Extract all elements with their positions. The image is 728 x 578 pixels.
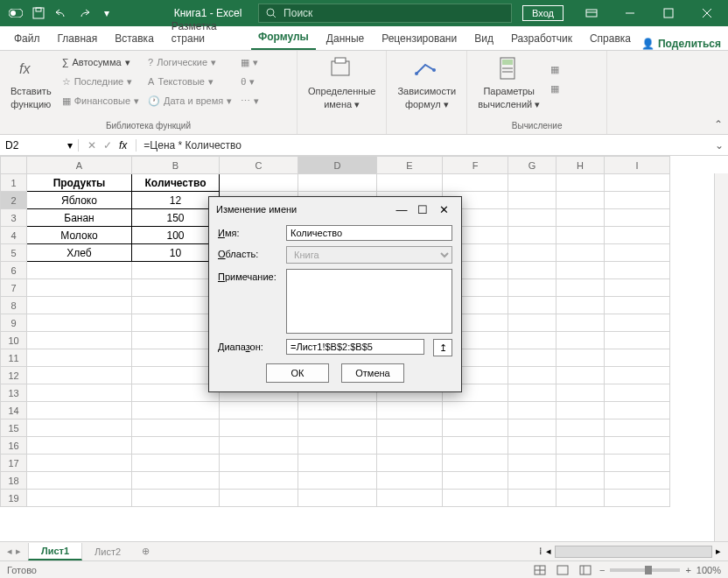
cell[interactable] bbox=[27, 349, 132, 367]
zoom-level[interactable]: 100% bbox=[696, 565, 721, 575]
cell[interactable] bbox=[220, 490, 298, 507]
cell[interactable]: 100 bbox=[132, 227, 220, 244]
cell[interactable] bbox=[556, 262, 605, 279]
row-header[interactable]: 5 bbox=[1, 244, 27, 262]
cell[interactable] bbox=[27, 279, 132, 297]
cell[interactable] bbox=[298, 402, 377, 419]
range-input[interactable] bbox=[286, 339, 424, 355]
tab-help[interactable]: Справка bbox=[583, 27, 638, 50]
search-box[interactable]: Поиск bbox=[258, 4, 512, 23]
cell[interactable] bbox=[298, 455, 377, 472]
row-header[interactable]: 16 bbox=[1, 437, 27, 455]
col-header-I[interactable]: I bbox=[605, 157, 670, 174]
close-icon[interactable] bbox=[690, 0, 724, 26]
row-header[interactable]: 8 bbox=[1, 297, 27, 314]
cell[interactable] bbox=[377, 472, 443, 490]
cell[interactable] bbox=[556, 314, 605, 332]
cell[interactable] bbox=[132, 262, 220, 279]
col-header-C[interactable]: C bbox=[220, 157, 298, 174]
cell[interactable] bbox=[605, 455, 670, 472]
cell[interactable] bbox=[220, 472, 298, 490]
range-picker-icon[interactable]: ↥ bbox=[433, 339, 452, 356]
sheet-tab-2[interactable]: Лист2 bbox=[82, 544, 133, 560]
row-header[interactable]: 13 bbox=[1, 384, 27, 402]
cell[interactable] bbox=[443, 402, 508, 419]
scope-select[interactable]: Книга bbox=[286, 246, 452, 264]
cell[interactable] bbox=[605, 174, 670, 192]
cell[interactable]: Молоко bbox=[27, 227, 132, 244]
cell[interactable] bbox=[132, 455, 220, 472]
minimize-icon[interactable] bbox=[612, 0, 648, 26]
cell[interactable] bbox=[556, 490, 605, 507]
cell[interactable] bbox=[556, 472, 605, 490]
cell[interactable] bbox=[443, 419, 508, 437]
cell[interactable] bbox=[132, 472, 220, 490]
cell[interactable] bbox=[508, 455, 556, 472]
cell[interactable] bbox=[605, 314, 670, 332]
cell[interactable]: Хлеб bbox=[27, 244, 132, 262]
cell[interactable] bbox=[605, 349, 670, 367]
cell[interactable] bbox=[27, 455, 132, 472]
cell[interactable] bbox=[132, 419, 220, 437]
cell[interactable] bbox=[27, 367, 132, 384]
row-header[interactable]: 3 bbox=[1, 209, 27, 227]
page-layout-view-icon[interactable] bbox=[554, 563, 571, 577]
cell[interactable] bbox=[298, 490, 377, 507]
cell[interactable] bbox=[377, 437, 443, 455]
cell[interactable] bbox=[298, 472, 377, 490]
cell[interactable] bbox=[27, 402, 132, 419]
cell[interactable] bbox=[605, 297, 670, 314]
cell[interactable]: Яблоко bbox=[27, 192, 132, 209]
tab-developer[interactable]: Разработчик bbox=[504, 27, 579, 50]
cell[interactable] bbox=[605, 384, 670, 402]
cell[interactable] bbox=[605, 192, 670, 209]
row-header[interactable]: 11 bbox=[1, 349, 27, 367]
row-header[interactable]: 4 bbox=[1, 227, 27, 244]
cell[interactable] bbox=[132, 279, 220, 297]
cell[interactable] bbox=[556, 297, 605, 314]
cancel-formula-icon[interactable]: ✕ bbox=[88, 139, 96, 152]
more-fn-button[interactable]: ⋯▾ bbox=[237, 91, 262, 110]
math-button[interactable]: θ▾ bbox=[237, 72, 262, 91]
cell[interactable] bbox=[508, 402, 556, 419]
ok-button[interactable]: ОК bbox=[266, 363, 329, 383]
cell[interactable] bbox=[605, 367, 670, 384]
cell[interactable] bbox=[377, 490, 443, 507]
cell[interactable] bbox=[220, 419, 298, 437]
cell[interactable] bbox=[508, 332, 556, 349]
cell[interactable] bbox=[605, 332, 670, 349]
cell[interactable] bbox=[605, 262, 670, 279]
undo-icon[interactable] bbox=[51, 3, 72, 24]
cell[interactable] bbox=[508, 314, 556, 332]
recent-button[interactable]: ☆Последние ▾ bbox=[59, 72, 143, 91]
tab-view[interactable]: Вид bbox=[467, 27, 500, 50]
sheet-nav-next-icon[interactable]: ▸ bbox=[16, 546, 21, 557]
cell[interactable] bbox=[605, 209, 670, 227]
cell[interactable] bbox=[556, 279, 605, 297]
calc-options-button[interactable]: Параметры вычислений ▾ bbox=[472, 53, 545, 114]
enter-formula-icon[interactable]: ✓ bbox=[103, 139, 112, 152]
cell[interactable] bbox=[508, 419, 556, 437]
cell[interactable] bbox=[556, 244, 605, 262]
collapse-ribbon-icon[interactable]: ⌃ bbox=[714, 118, 723, 130]
cell[interactable] bbox=[508, 262, 556, 279]
tab-layout[interactable]: Разметка страни bbox=[164, 15, 248, 50]
cell[interactable] bbox=[508, 192, 556, 209]
row-header[interactable]: 10 bbox=[1, 332, 27, 349]
cell[interactable] bbox=[556, 349, 605, 367]
row-header[interactable]: 18 bbox=[1, 472, 27, 490]
row-header[interactable]: 2 bbox=[1, 192, 27, 209]
cell[interactable] bbox=[443, 437, 508, 455]
cell[interactable] bbox=[132, 402, 220, 419]
cell[interactable] bbox=[508, 367, 556, 384]
cell[interactable] bbox=[443, 490, 508, 507]
cell[interactable] bbox=[605, 279, 670, 297]
cell[interactable] bbox=[27, 419, 132, 437]
expand-formula-bar-icon[interactable]: ⌄ bbox=[710, 139, 728, 152]
cell[interactable] bbox=[508, 209, 556, 227]
dialog-close-icon[interactable]: ✕ bbox=[433, 203, 454, 216]
insert-function-button[interactable]: fx Вставить функцию bbox=[5, 53, 57, 114]
col-header-A[interactable]: A bbox=[27, 157, 132, 174]
cell[interactable] bbox=[377, 455, 443, 472]
formula-auditing-button[interactable]: Зависимости формул ▾ bbox=[392, 53, 461, 114]
